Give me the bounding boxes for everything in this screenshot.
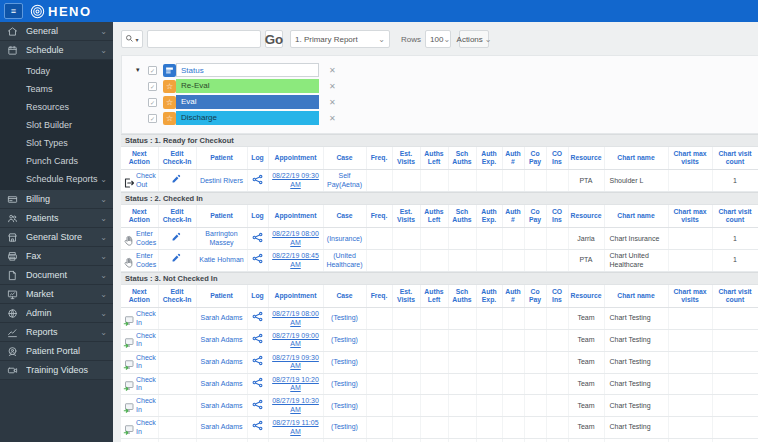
sidebar-subitem-today[interactable]: Today (0, 62, 113, 80)
case-link[interactable]: Self Pay(Aetna) (327, 172, 362, 187)
pencil-icon[interactable] (171, 232, 183, 244)
menu-icon[interactable]: ≡ (4, 3, 23, 19)
column-header-freq[interactable]: Freq. (366, 285, 392, 308)
next-action-link[interactable]: Check In (136, 397, 156, 414)
filter-checkbox[interactable]: ✓ (148, 66, 157, 75)
sidebar-item-training-videos[interactable]: Training Videos (0, 361, 113, 380)
next-action-link[interactable]: Check In (136, 354, 156, 371)
column-header-edit_checkin[interactable]: Edit Check-In (158, 147, 196, 170)
sidebar-subitem-teams[interactable]: Teams (0, 80, 113, 98)
column-header-appointment[interactable]: Appointment (268, 147, 323, 170)
sidebar-item-admin[interactable]: Admin⌄ (0, 304, 113, 323)
column-header-chart_max[interactable]: Chart max visits (668, 147, 712, 170)
patient-link[interactable]: Destini Rivers (200, 177, 243, 184)
column-header-chart_name[interactable]: Chart name (604, 147, 668, 170)
appointment-link[interactable]: 08/22/19 08:00 AM (272, 230, 319, 245)
patient-link[interactable]: Sarah Adams (200, 423, 242, 430)
column-header-next_action[interactable]: Next Action (121, 205, 158, 228)
actions-button[interactable]: Actions ⌄ (459, 30, 489, 48)
case-link[interactable]: (Testing) (331, 336, 358, 343)
case-link[interactable]: (Testing) (331, 402, 358, 409)
column-header-co_ins[interactable]: CO Ins (546, 147, 568, 170)
column-header-chart_name[interactable]: Chart name (604, 285, 668, 308)
case-link[interactable]: (Testing) (331, 380, 358, 387)
patient-link[interactable]: Sarah Adams (200, 402, 242, 409)
column-header-chart_name[interactable]: Chart name (604, 205, 668, 228)
patient-link[interactable]: Sarah Adams (200, 380, 242, 387)
filter-checkbox[interactable]: ✓ (148, 82, 157, 91)
column-header-resource[interactable]: Resource (568, 147, 604, 170)
next-action-link[interactable]: Check In (136, 376, 156, 393)
go-button[interactable]: Go (265, 30, 283, 48)
column-header-co_ins[interactable]: CO Ins (546, 205, 568, 228)
sidebar-item-patient-portal[interactable]: Patient Portal (0, 342, 113, 361)
column-header-auth_exp[interactable]: Auth Exp. (476, 285, 502, 308)
log-icon[interactable] (252, 174, 264, 186)
column-header-sch_auths[interactable]: Sch Auths (448, 205, 476, 228)
appointment-link[interactable]: 08/27/19 09:30 AM (272, 354, 319, 369)
column-header-patient[interactable]: Patient (196, 205, 247, 228)
star-icon[interactable]: ☆ (163, 80, 176, 93)
column-header-chart_max[interactable]: Chart max visits (668, 285, 712, 308)
patient-link[interactable]: Barrington Massey (205, 230, 237, 245)
sidebar-item-market[interactable]: Market⌄ (0, 285, 113, 304)
appointment-link[interactable]: 08/27/19 08:00 AM (272, 310, 319, 325)
column-header-log[interactable]: Log (247, 285, 268, 308)
patient-link[interactable]: Sarah Adams (200, 358, 242, 365)
column-header-co_pay[interactable]: Co Pay (524, 205, 546, 228)
column-header-auths_left[interactable]: Auths Left (420, 147, 448, 170)
filter-checkbox[interactable]: ✓ (148, 98, 157, 107)
column-header-freq[interactable]: Freq. (366, 205, 392, 228)
filter-field-label[interactable]: Status (176, 63, 319, 77)
column-header-auths_left[interactable]: Auths Left (420, 205, 448, 228)
status-tag[interactable]: Re-Eval (176, 79, 319, 93)
column-header-case[interactable]: Case (323, 285, 366, 308)
column-header-sch_auths[interactable]: Sch Auths (448, 285, 476, 308)
column-header-est_visits[interactable]: Est. Visits (392, 205, 420, 228)
next-action-link[interactable]: Check In (136, 310, 156, 327)
column-header-edit_checkin[interactable]: Edit Check-In (158, 205, 196, 228)
log-icon[interactable] (252, 355, 264, 367)
column-header-icon[interactable] (163, 64, 176, 77)
case-link[interactable]: (United Healthcare) (326, 252, 362, 267)
case-link[interactable]: (Testing) (331, 423, 358, 430)
log-icon[interactable] (252, 399, 264, 411)
report-select[interactable]: 1. Primary Report ⌄ (290, 30, 390, 48)
column-header-auth_exp[interactable]: Auth Exp. (476, 147, 502, 170)
case-link[interactable]: (Insurance) (327, 235, 362, 242)
column-header-resource[interactable]: Resource (568, 205, 604, 228)
column-header-auth_exp[interactable]: Auth Exp. (476, 205, 502, 228)
case-link[interactable]: (Testing) (331, 358, 358, 365)
column-header-auth_no[interactable]: Auth # (502, 285, 524, 308)
column-header-co_ins[interactable]: CO Ins (546, 285, 568, 308)
log-icon[interactable] (252, 253, 264, 265)
app-logo[interactable]: HENO (30, 4, 92, 19)
sidebar-item-reports[interactable]: Reports⌄ (0, 323, 113, 342)
appointment-link[interactable]: 08/27/19 10:30 AM (272, 397, 319, 412)
column-header-co_pay[interactable]: Co Pay (524, 147, 546, 170)
appointment-link[interactable]: 08/22/19 09:30 AM (272, 172, 319, 187)
status-tag[interactable]: Discharge (176, 111, 319, 125)
sidebar-item-general-store[interactable]: General Store⌄ (0, 228, 113, 247)
column-header-chart_max[interactable]: Chart max visits (668, 205, 712, 228)
collapse-caret-icon[interactable]: ▾ (136, 66, 148, 74)
log-icon[interactable] (252, 377, 264, 389)
column-header-next_action[interactable]: Next Action (121, 147, 158, 170)
column-header-chart_count[interactable]: Chart visit count (712, 147, 758, 170)
status-tag[interactable]: Eval (176, 95, 319, 109)
patient-link[interactable]: Sarah Adams (200, 336, 242, 343)
column-header-edit_checkin[interactable]: Edit Check-In (158, 285, 196, 308)
log-icon[interactable] (252, 232, 264, 244)
star-icon[interactable]: ☆ (163, 112, 176, 125)
column-header-auths_left[interactable]: Auths Left (420, 285, 448, 308)
star-icon[interactable]: ☆ (163, 96, 176, 109)
close-icon[interactable]: ✕ (329, 98, 336, 107)
sidebar-item-fax[interactable]: Fax⌄ (0, 247, 113, 266)
column-header-est_visits[interactable]: Est. Visits (392, 147, 420, 170)
log-icon[interactable] (252, 333, 264, 345)
patient-link[interactable]: Katie Hohman (199, 256, 243, 263)
column-header-next_action[interactable]: Next Action (121, 285, 158, 308)
sidebar-item-document[interactable]: Document⌄ (0, 266, 113, 285)
column-header-auth_no[interactable]: Auth # (502, 147, 524, 170)
sidebar-subitem-slot-types[interactable]: Slot Types (0, 134, 113, 152)
